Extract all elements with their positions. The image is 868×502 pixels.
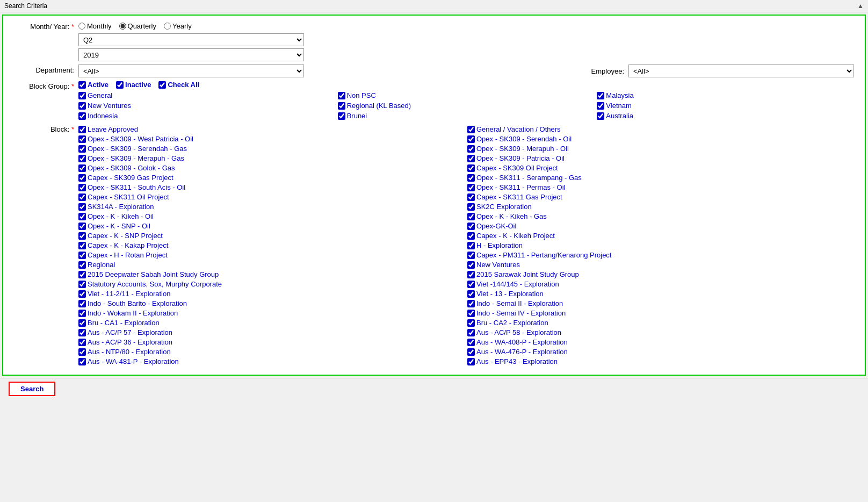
block-item-25: H - Exploration [467, 241, 854, 250]
block-group-row: Block Group: * Active Inactive Check All [9, 81, 854, 120]
block-item-40: Bru - CA1 - Exploration [78, 318, 465, 327]
block-item-29: New Ventures [467, 260, 854, 269]
block-item-19: Opex - K - Kikeh - Gas [467, 212, 854, 221]
bg-active-label[interactable]: Active [78, 81, 108, 89]
block-item-35: Viet - 13 - Exploration [467, 289, 854, 298]
block-item-9: Capex - SK309 Oil Project [467, 163, 854, 173]
block-item-18: Opex - K - Kikeh - Oil [78, 212, 465, 221]
block-label: Block: * [9, 124, 78, 133]
block-item-1: General / Vacation / Others [467, 125, 854, 134]
block-group-items: General Non PSC Malaysia New Ventures Re… [78, 91, 854, 120]
block-group-checkboxes: Active Inactive Check All [78, 81, 854, 89]
block-item-41: Bru - CA2 - Exploration [467, 318, 854, 327]
employee-label: Employee: [591, 67, 628, 75]
bg-item-australia: Australia [597, 111, 854, 120]
bg-item-new-ventures: New Ventures [78, 101, 336, 110]
employee-select[interactable]: <All> Employee A Employee B [628, 64, 854, 77]
block-group-content: Active Inactive Check All General Non PS… [78, 81, 854, 120]
block-item-2: Opex - SK309 - West Patricia - Oil [78, 134, 465, 144]
radio-monthly-input[interactable] [78, 23, 85, 30]
radio-monthly[interactable]: Monthly [78, 22, 112, 30]
block-item-26: Capex - H - Rotan Project [78, 250, 465, 260]
block-item-23: Capex - K - Kikeh Project [467, 231, 854, 240]
title-bar: Search Criteria ▲ [0, 0, 868, 12]
block-item-7: Opex - SK309 - Patricia - Oil [467, 154, 854, 163]
block-item-38: Indo - Wokam II - Exploration [78, 309, 465, 318]
block-item-6: Opex - SK309 - Merapuh - Gas [78, 154, 465, 163]
block-item-28: Regional [78, 260, 465, 269]
quarter-select[interactable]: Q1 Q2 Q3 Q4 [78, 33, 304, 46]
employee-section: Employee: <All> Employee A Employee B [591, 64, 854, 77]
month-year-row: Month/ Year: * Monthly Quarterly Yearly [9, 21, 854, 61]
block-item-27: Capex - PM311 - Pertang/Kenarong Project [467, 250, 854, 260]
block-item-20: Opex - K - SNP - Oil [78, 221, 465, 231]
block-item-42: Aus - AC/P 57 - Exploration [78, 328, 465, 337]
block-item-39: Indo - Semai IV - Exploration [467, 309, 854, 318]
block-item-48: Aus - WA-481-P - Exploration [78, 357, 465, 366]
radio-yearly[interactable]: Yearly [164, 22, 192, 30]
block-item-22: Capex - K - SNP Project [78, 231, 465, 240]
bg-item-vietnam: Vietnam [597, 101, 854, 110]
month-year-label: Month/ Year: * [9, 21, 78, 31]
department-select[interactable]: <All> Dept A Dept B [78, 64, 304, 77]
block-item-8: Opex - SK309 - Golok - Gas [78, 163, 465, 173]
block-item-15: Capex - SK311 Gas Project [467, 192, 854, 202]
block-item-4: Opex - SK309 - Serendah - Gas [78, 144, 465, 153]
block-item-24: Capex - K - Kakap Project [78, 241, 465, 250]
search-button[interactable]: Search [9, 382, 55, 396]
block-items-list: Leave Approved General / Vacation / Othe… [78, 125, 854, 366]
year-select[interactable]: 2017 2018 2019 2020 2021 [78, 48, 304, 61]
month-year-content: Monthly Quarterly Yearly Q1 Q2 Q3 Q4 [78, 21, 854, 61]
bg-item-non-psc: Non PSC [338, 91, 595, 100]
radio-quarterly-input[interactable] [119, 23, 126, 30]
block-item-44: Aus - AC/P 36 - Exploration [78, 338, 465, 347]
block-item-31: 2015 Sarawak Joint Study Group [467, 270, 854, 279]
block-item-5: Opex - SK309 - Merapuh - Oil [467, 144, 854, 153]
dept-employee-content: <All> Dept A Dept B Employee: <All> Empl… [78, 64, 854, 77]
block-item-43: Aus - AC/P 58 - Exploration [467, 328, 854, 337]
bg-checkall-label[interactable]: Check All [158, 81, 199, 89]
block-item-34: Viet - 11-2/11 - Exploration [78, 289, 465, 298]
bg-inactive-checkbox[interactable] [116, 81, 124, 89]
block-item-17: SK2C Exploration [467, 202, 854, 211]
block-item-12: Opex - SK311 - South Acis - Oil [78, 183, 465, 192]
title-text: Search Criteria [4, 2, 47, 10]
main-container: Month/ Year: * Monthly Quarterly Yearly [2, 15, 866, 376]
block-item-13: Opex - SK311 - Permas - Oil [467, 183, 854, 192]
bg-item-indonesia: Indonesia [78, 111, 336, 120]
bg-item-general: General [78, 91, 336, 100]
bg-item-regional-kl: Regional (KL Based) [338, 101, 595, 110]
block-row: Block: * Leave Approved General / Vacati… [9, 124, 854, 366]
block-content: Leave Approved General / Vacation / Othe… [78, 124, 854, 366]
block-item-33: Viet -144/145 - Exploration [467, 279, 854, 289]
dept-label: Department: [9, 64, 78, 74]
block-item-49: Aus - EPP43 - Exploration [467, 357, 854, 366]
bg-item-brunei: Brunei [338, 111, 595, 120]
block-item-21: Opex-GK-Oil [467, 221, 854, 231]
block-item-16: SK314A - Exploration [78, 202, 465, 211]
bg-active-checkbox[interactable] [78, 81, 86, 89]
block-item-0: Leave Approved [78, 125, 465, 134]
period-radio-group: Monthly Quarterly Yearly [78, 21, 854, 30]
dept-employee-row: Department: <All> Dept A Dept B Employee… [9, 64, 854, 77]
block-item-45: Aus - WA-408-P - Exploration [467, 338, 854, 347]
block-item-10: Capex - SK309 Gas Project [78, 173, 465, 182]
dept-section: <All> Dept A Dept B [78, 64, 304, 77]
block-item-46: Aus - NTP/80 - Exploration [78, 347, 465, 356]
footer-bar: Search [0, 378, 868, 399]
bg-item-malaysia: Malaysia [597, 91, 854, 100]
block-item-14: Capex - SK311 Oil Project [78, 192, 465, 202]
block-group-label: Block Group: * [9, 81, 78, 90]
block-item-47: Aus - WA-476-P - Exploration [467, 347, 854, 356]
bg-inactive-label[interactable]: Inactive [116, 81, 151, 89]
block-item-30: 2015 Deepwater Sabah Joint Study Group [78, 270, 465, 279]
block-item-32: Statutory Accounts, Sox, Murphy Corporat… [78, 279, 465, 289]
radio-yearly-input[interactable] [164, 23, 171, 30]
block-item-3: Opex - SK309 - Serendah - Oil [467, 134, 854, 144]
block-item-36: Indo - South Barito - Exploration [78, 299, 465, 308]
bg-checkall-checkbox[interactable] [158, 81, 166, 89]
minimize-icon[interactable]: ▲ [857, 2, 864, 10]
block-item-11: Opex - SK311 - Serampang - Gas [467, 173, 854, 182]
block-item-37: Indo - Semai II - Exploration [467, 299, 854, 308]
radio-quarterly[interactable]: Quarterly [119, 22, 156, 30]
